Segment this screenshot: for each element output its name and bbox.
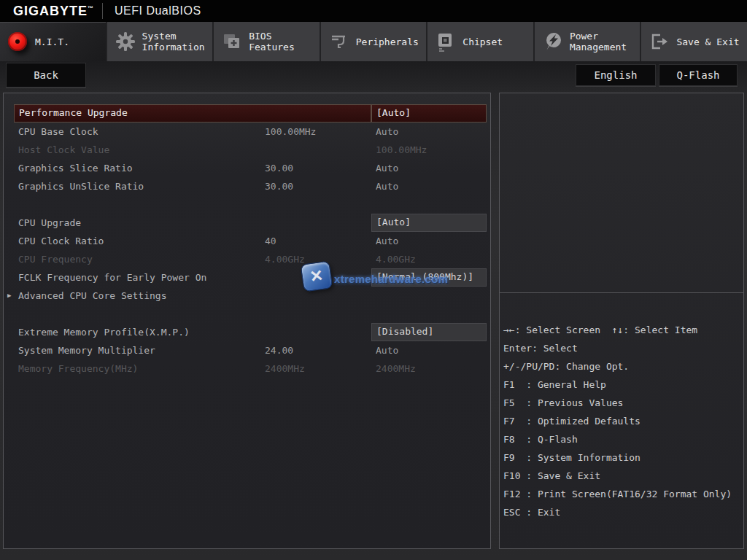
tab-label: BIOS Features [249,31,320,52]
help-line: F12 : Print Screen(FAT16/32 Format Only) [503,485,740,503]
tab-label: Peripherals [356,36,419,47]
qflash-button[interactable]: Q-Flash [659,64,738,86]
settings-rows: Performance Upgrade [Auto] CPU Base Cloc… [4,93,490,378]
setting-row-cpu-base-clock[interactable]: CPU Base Clock 100.00MHz Auto [4,122,490,141]
tab-chipset[interactable]: Chipset [426,22,533,61]
setting-row-graphics-slice-ratio[interactable]: Graphics Slice Ratio 30.00 Auto [4,159,490,177]
title-bar: GIGABYTE™ UEFI DualBIOS [0,0,747,22]
language-button[interactable]: English [576,64,656,86]
help-panel: →←: Select Screen ↑↓: Select Item Enter:… [499,93,744,549]
settings-panel: Performance Upgrade [Auto] CPU Base Cloc… [3,93,491,549]
setting-row-cpu-clock-ratio[interactable]: CPU Clock Ratio 40 Auto [4,232,490,250]
setting-row-advanced-cpu-core-settings[interactable]: ▶ Advanced CPU Core Settings [4,287,490,305]
setting-row-performance-upgrade[interactable]: Performance Upgrade [Auto] [4,104,490,122]
tab-label: Save & Exit [676,36,739,47]
setting-row-xmp[interactable]: Extreme Memory Profile(X.M.P.) [Disabled… [4,323,490,341]
setting-row-host-clock-value: Host Clock Value 100.00MHz [4,141,490,159]
key-legend: →←: Select Screen ↑↓: Select Item Enter:… [500,293,743,521]
setting-row-memory-frequency: Memory Frequency(MHz) 2400MHz 2400MHz [4,359,490,378]
tab-power-management[interactable]: Power Management [533,22,640,61]
tab-mit[interactable]: M.I.T. [0,22,106,61]
tab-peripherals[interactable]: Peripherals [320,22,427,61]
help-line: F1 : General Help [503,376,740,394]
peripherals-icon [329,31,349,52]
gigabyte-logo: GIGABYTE™ [13,4,93,19]
tab-bar: M.I.T. System Information [0,22,747,61]
mit-red-dot-icon [8,31,28,52]
tab-system-information[interactable]: System Information [106,22,213,61]
help-line: F10 : Save & Exit [503,467,740,485]
back-button[interactable]: Back [6,63,86,88]
setting-row-system-memory-multiplier[interactable]: System Memory Multiplier 24.00 Auto [4,341,490,359]
tab-label: Power Management [570,31,640,52]
help-line: F5 : Previous Values [503,394,740,412]
setting-row-cpu-frequency: CPU Frequency 4.00GHz 4.00GHz [4,250,490,268]
folder-plus-icon [222,31,242,52]
tab-save-exit[interactable]: Save & Exit [640,22,747,61]
setting-row-fclk-frequency[interactable]: FCLK Frequency for Early Power On [Norma… [4,268,490,287]
lightning-icon [543,31,563,52]
chipset-icon [436,31,456,52]
selected-setting-label: Performance Upgrade [14,104,371,122]
tab-bios-features[interactable]: BIOS Features [212,22,320,61]
help-line: Enter: Select [503,339,740,357]
divider [102,3,103,19]
help-line: →←: Select Screen ↑↓: Select Item [503,321,740,339]
submenu-arrow-icon: ▶ [7,292,11,299]
setting-row-graphics-unslice-ratio[interactable]: Graphics UnSlice Ratio 30.00 Auto [4,177,490,195]
toolbar: Back English Q-Flash [0,61,747,93]
item-help-description-box [500,93,743,293]
help-line: F8 : Q-Flash [503,430,740,448]
selected-setting-value[interactable]: [Auto] [371,104,487,122]
tab-label: System Information [142,31,213,52]
save-exit-icon [649,31,670,52]
option-value-cell[interactable]: [Disabled] [371,323,487,341]
option-value-cell[interactable]: [Auto] [371,214,487,232]
help-line: F7 : Optimized Defaults [503,412,740,430]
help-line: +/-/PU/PD: Change Opt. [503,357,740,376]
firmware-title: UEFI DualBIOS [115,4,201,18]
help-line: F9 : System Information [503,448,740,467]
tab-label: M.I.T. [35,36,69,47]
help-line: ESC : Exit [503,503,740,521]
option-value-cell[interactable]: [Normal (800Mhz)] [371,268,487,287]
setting-row-cpu-upgrade[interactable]: CPU Upgrade [Auto] [4,214,490,232]
tab-label: Chipset [462,36,503,47]
gear-icon [115,31,136,52]
